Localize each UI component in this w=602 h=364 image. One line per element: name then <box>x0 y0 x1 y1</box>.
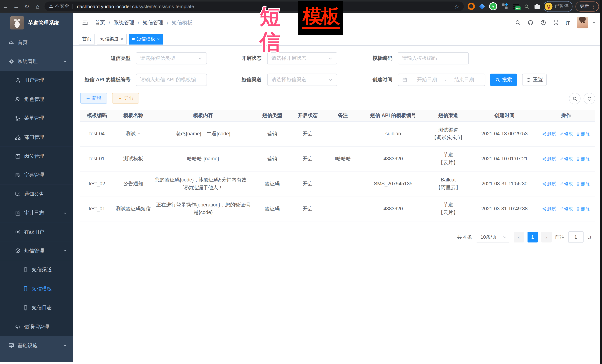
test-link[interactable]: 测试 <box>542 130 556 137</box>
test-link[interactable]: 测试 <box>542 155 556 163</box>
extension-ring-icon[interactable] <box>468 3 475 10</box>
show-search-button[interactable] <box>569 93 580 104</box>
add-button[interactable]: 新增 <box>80 93 107 104</box>
prev-page-button[interactable]: ‹ <box>513 232 524 242</box>
refresh-table-button[interactable] <box>584 93 595 104</box>
close-tab-icon[interactable]: × <box>157 36 160 42</box>
sidebar-item-13[interactable]: 短信模板 <box>0 279 73 298</box>
audit-icon <box>15 210 21 216</box>
cell-0-1: 测试下 <box>114 126 153 142</box>
bookmark-star-icon[interactable]: ☆ <box>454 3 459 10</box>
cell-3-6: 4383920 <box>361 201 425 217</box>
tab-1[interactable]: 短信渠道× <box>97 33 127 44</box>
channel-label: 短信渠道 <box>188 74 261 86</box>
status-select[interactable]: 请选择开启状态 <box>267 52 337 64</box>
sidebar-item-9[interactable]: 审计日志 <box>0 203 73 222</box>
tab-2[interactable]: 短信模板× <box>129 33 163 44</box>
sidebar-item-5[interactable]: 部门管理 <box>0 128 73 147</box>
breadcrumb-home[interactable]: 首页 <box>95 19 105 26</box>
extensions-puzzle-icon[interactable] <box>534 4 540 9</box>
font-size-icon[interactable]: tT <box>566 20 570 26</box>
delete-link[interactable]: 删除 <box>576 130 590 137</box>
extension-list-icon[interactable]: on <box>513 3 519 9</box>
table-row-0[interactable]: test-04测试下老鸡{name}，牛逼{code}营销开启suibian测试… <box>80 122 595 147</box>
avatar-caret-icon[interactable] <box>592 21 596 25</box>
cell-2-2: 您的验证码{code}，该验证码5分钟内有效，请勿泄漏于他人！ <box>153 172 253 195</box>
sidebar-item-15[interactable]: 错误码管理 <box>0 317 73 336</box>
delete-link[interactable]: 删除 <box>576 155 590 163</box>
extension-y-icon[interactable]: y <box>489 2 497 10</box>
next-page-button[interactable]: › <box>541 232 552 242</box>
browser-profile-chip[interactable]: 已暂停 <box>544 1 572 12</box>
goto-label: 前往 <box>555 234 565 240</box>
edit-link[interactable]: 修改 <box>559 155 573 163</box>
template-code-placeholder: 请输入模板编码 <box>402 55 437 62</box>
profile-status-label: 已暂停 <box>555 3 569 10</box>
pagination: 共 4 条 10条/页 ‹ 1 › 前往 页 <box>73 231 592 243</box>
shield-icon <box>15 248 21 254</box>
table-row-1[interactable]: test-01测试模板哈哈哈 {name}营销开启f哈哈哈4383920芋道【云… <box>80 147 595 172</box>
sidebar-item-11[interactable]: 短信管理 <box>0 241 73 260</box>
table-row-2[interactable]: test_02公告通知您的验证码{code}，该验证码5分钟内有效，请勿泄漏于他… <box>80 171 595 197</box>
browser-address-bar[interactable]: ⚠ 不安全 dashboard.yudao.iocoder.cn/system/… <box>44 1 464 11</box>
extension-gem-icon[interactable] <box>479 3 485 9</box>
extension-search-icon[interactable] <box>524 4 529 9</box>
breadcrumb-sms[interactable]: 短信管理 <box>143 19 163 26</box>
user-avatar[interactable] <box>577 17 588 28</box>
sidebar-item-14[interactable]: 短信日志 <box>0 298 73 317</box>
browser-reload-icon[interactable]: ↻ <box>22 3 32 10</box>
browser-home-icon[interactable]: ⌂ <box>32 3 43 10</box>
status-placeholder: 请选择开启状态 <box>271 55 306 62</box>
template-code-input[interactable]: 请输入模板编码 <box>398 52 469 64</box>
browser-menu-icon[interactable]: ⋮ <box>591 4 596 9</box>
goto-page-input[interactable] <box>568 231 583 243</box>
header-search-icon[interactable] <box>515 20 521 26</box>
edit-link[interactable]: 修改 <box>559 130 573 137</box>
cell-0-2: 老鸡{name}，牛逼{code} <box>153 126 253 142</box>
delete-link[interactable]: 删除 <box>576 205 590 213</box>
fullscreen-icon[interactable] <box>553 20 559 26</box>
page-size-select[interactable]: 10条/页 <box>475 232 510 242</box>
chevron-down-icon <box>328 77 333 82</box>
extension-grid-icon[interactable] <box>502 3 508 9</box>
sidebar-item-3[interactable]: 角色管理 <box>0 90 73 109</box>
sidebar-item-8[interactable]: 通知公告 <box>0 185 73 203</box>
sidebar-item-2[interactable]: 用户管理 <box>0 71 73 90</box>
cell-2-5 <box>324 180 361 187</box>
sidebar-item-16[interactable]: 基础设施 <box>0 336 73 355</box>
table-row-3[interactable]: test_01测试验证码短信正在进行登录操作{operation}，您的验证码是… <box>80 197 595 221</box>
dept-icon <box>15 135 21 140</box>
channel-name: 芋道 <box>443 201 453 209</box>
create-time-range-picker[interactable]: 开始日期 - 结束日期 <box>398 74 485 86</box>
trash-icon <box>576 157 580 161</box>
phone-icon <box>23 286 28 291</box>
delete-link[interactable]: 删除 <box>576 180 590 187</box>
search-button[interactable]: 搜索 <box>490 74 517 86</box>
sidebar-item-12[interactable]: 短信渠道 <box>0 260 73 279</box>
browser-forward-icon[interactable]: → <box>11 3 22 10</box>
browser-back-icon[interactable]: ← <box>0 3 11 10</box>
tab-0[interactable]: 首页 <box>79 33 95 44</box>
help-icon[interactable] <box>540 20 546 26</box>
sidebar-item-4[interactable]: 菜单管理 <box>0 109 73 128</box>
trash-icon <box>576 182 580 186</box>
test-link[interactable]: 测试 <box>542 205 556 213</box>
sidebar-item-1[interactable]: 系统管理 <box>0 52 73 71</box>
browser-update-button[interactable]: 更新 ⋮ <box>576 1 599 11</box>
sidebar-fold-icon[interactable] <box>82 20 88 26</box>
edit-link[interactable]: 修改 <box>559 180 573 187</box>
close-tab-icon[interactable]: × <box>121 36 123 42</box>
github-icon[interactable] <box>527 20 533 26</box>
test-link[interactable]: 测试 <box>542 180 556 187</box>
sidebar-item-0[interactable]: 首页 <box>0 33 73 52</box>
page-1-button[interactable]: 1 <box>527 232 538 242</box>
breadcrumb-system[interactable]: 系统管理 <box>114 19 134 26</box>
edit-link[interactable]: 修改 <box>559 205 573 213</box>
reset-button[interactable]: 重置 <box>522 74 547 86</box>
sidebar-item-6[interactable]: 岗位管理 <box>0 147 73 166</box>
channel-select[interactable]: 请选择短信渠道 <box>267 74 337 86</box>
sidebar-item-7[interactable]: 字典管理 <box>0 166 73 185</box>
export-button[interactable]: 导出 <box>112 93 139 104</box>
channel-provider: 【云片】 <box>438 159 458 166</box>
sidebar-item-10[interactable]: 在线用户 <box>0 223 73 241</box>
